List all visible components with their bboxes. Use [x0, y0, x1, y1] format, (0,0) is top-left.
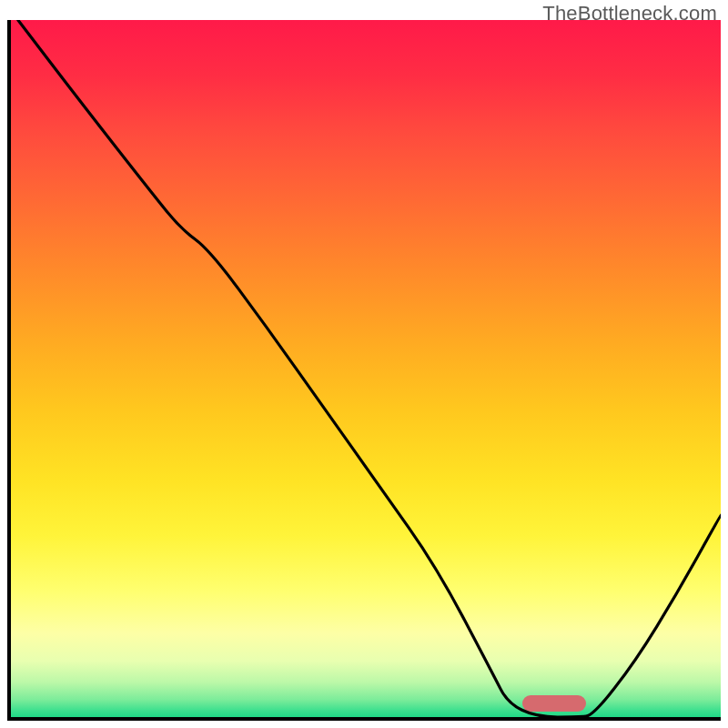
watermark-text: TheBottleneck.com	[542, 2, 717, 25]
background-heat-gradient	[11, 20, 721, 717]
optimal-range-marker	[522, 695, 586, 712]
chart-plot-area	[11, 20, 721, 717]
